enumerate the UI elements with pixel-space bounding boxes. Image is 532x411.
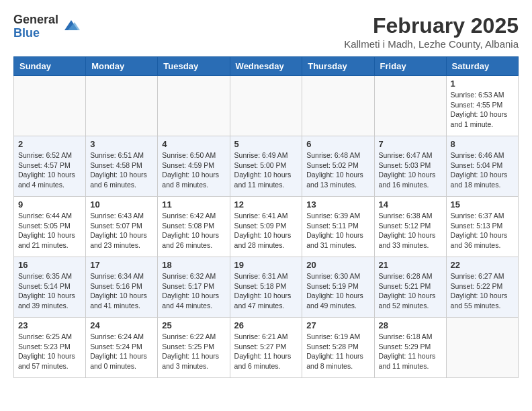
calendar-day-cell	[230, 76, 302, 136]
calendar-week-row: 16Sunrise: 6:35 AM Sunset: 5:14 PM Dayli…	[14, 257, 519, 318]
day-info: Sunrise: 6:48 AM Sunset: 5:02 PM Dayligh…	[306, 150, 369, 190]
day-info: Sunrise: 6:30 AM Sunset: 5:19 PM Dayligh…	[306, 271, 369, 311]
calendar-day-cell: 2Sunrise: 6:52 AM Sunset: 4:57 PM Daylig…	[14, 136, 86, 197]
day-number: 11	[162, 199, 225, 210]
day-info: Sunrise: 6:47 AM Sunset: 5:03 PM Dayligh…	[379, 150, 442, 190]
day-info: Sunrise: 6:39 AM Sunset: 5:11 PM Dayligh…	[306, 211, 369, 250]
calendar-day-cell: 11Sunrise: 6:42 AM Sunset: 5:08 PM Dayli…	[158, 197, 230, 257]
day-number: 20	[306, 260, 369, 270]
calendar-day-cell	[374, 76, 446, 136]
logo-icon	[61, 17, 81, 37]
calendar-day-cell: 17Sunrise: 6:34 AM Sunset: 5:16 PM Dayli…	[86, 257, 158, 318]
calendar-day-cell: 19Sunrise: 6:31 AM Sunset: 5:18 PM Dayli…	[230, 257, 302, 318]
weekday-header: Thursday	[302, 57, 374, 76]
day-number: 23	[18, 320, 81, 330]
day-number: 10	[90, 199, 153, 210]
calendar-day-cell: 7Sunrise: 6:47 AM Sunset: 5:03 PM Daylig…	[374, 136, 446, 197]
calendar-table: SundayMondayTuesdayWednesdayThursdayFrid…	[13, 56, 519, 378]
day-info: Sunrise: 6:21 AM Sunset: 5:27 PM Dayligh…	[234, 332, 298, 371]
calendar-day-cell: 9Sunrise: 6:44 AM Sunset: 5:05 PM Daylig…	[14, 197, 86, 257]
calendar-day-cell: 16Sunrise: 6:35 AM Sunset: 5:14 PM Dayli…	[14, 257, 86, 318]
page-header: General Blue February 2025 Kallmeti i Ma…	[13, 13, 519, 50]
calendar-day-cell	[14, 76, 86, 136]
calendar-day-cell: 13Sunrise: 6:39 AM Sunset: 5:11 PM Dayli…	[302, 197, 374, 257]
day-number: 4	[162, 139, 225, 149]
calendar-week-row: 2Sunrise: 6:52 AM Sunset: 4:57 PM Daylig…	[14, 136, 519, 197]
calendar-day-cell: 28Sunrise: 6:18 AM Sunset: 5:29 PM Dayli…	[374, 318, 446, 378]
weekday-header: Saturday	[446, 57, 518, 76]
day-info: Sunrise: 6:19 AM Sunset: 5:28 PM Dayligh…	[306, 332, 369, 371]
day-number: 26	[234, 320, 298, 330]
day-number: 9	[18, 199, 81, 210]
day-number: 5	[234, 139, 298, 149]
calendar-day-cell: 12Sunrise: 6:41 AM Sunset: 5:09 PM Dayli…	[230, 197, 302, 257]
calendar-week-row: 1Sunrise: 6:53 AM Sunset: 4:55 PM Daylig…	[14, 76, 519, 136]
calendar-day-cell: 8Sunrise: 6:46 AM Sunset: 5:04 PM Daylig…	[446, 136, 518, 197]
day-info: Sunrise: 6:41 AM Sunset: 5:09 PM Dayligh…	[234, 211, 298, 250]
weekday-header: Sunday	[14, 57, 86, 76]
calendar-day-cell: 3Sunrise: 6:51 AM Sunset: 4:58 PM Daylig…	[86, 136, 158, 197]
calendar-day-cell: 21Sunrise: 6:28 AM Sunset: 5:21 PM Dayli…	[374, 257, 446, 318]
day-number: 12	[234, 199, 298, 210]
day-info: Sunrise: 6:52 AM Sunset: 4:57 PM Dayligh…	[18, 150, 81, 190]
weekday-header: Monday	[86, 57, 158, 76]
day-info: Sunrise: 6:42 AM Sunset: 5:08 PM Dayligh…	[162, 211, 225, 250]
calendar-day-cell	[86, 76, 158, 136]
calendar-week-row: 9Sunrise: 6:44 AM Sunset: 5:05 PM Daylig…	[14, 197, 519, 257]
title-block: February 2025 Kallmeti i Madh, Lezhe Cou…	[344, 13, 519, 50]
calendar-day-cell: 5Sunrise: 6:49 AM Sunset: 5:00 PM Daylig…	[230, 136, 302, 197]
day-number: 16	[18, 260, 81, 270]
weekday-header: Wednesday	[230, 57, 302, 76]
day-info: Sunrise: 6:24 AM Sunset: 5:24 PM Dayligh…	[90, 332, 153, 371]
day-info: Sunrise: 6:43 AM Sunset: 5:07 PM Dayligh…	[90, 211, 153, 250]
day-number: 21	[379, 260, 442, 270]
day-info: Sunrise: 6:49 AM Sunset: 5:00 PM Dayligh…	[234, 150, 298, 190]
calendar-day-cell: 20Sunrise: 6:30 AM Sunset: 5:19 PM Dayli…	[302, 257, 374, 318]
day-info: Sunrise: 6:51 AM Sunset: 4:58 PM Dayligh…	[90, 150, 153, 190]
weekday-header: Friday	[374, 57, 446, 76]
day-info: Sunrise: 6:37 AM Sunset: 5:13 PM Dayligh…	[451, 211, 514, 250]
day-info: Sunrise: 6:53 AM Sunset: 4:55 PM Dayligh…	[451, 90, 514, 130]
day-info: Sunrise: 6:46 AM Sunset: 5:04 PM Dayligh…	[451, 150, 514, 190]
month-year-title: February 2025	[344, 13, 519, 38]
day-number: 19	[234, 260, 298, 270]
logo: General Blue	[13, 13, 81, 40]
calendar-week-row: 23Sunrise: 6:25 AM Sunset: 5:23 PM Dayli…	[14, 318, 519, 378]
day-info: Sunrise: 6:50 AM Sunset: 4:59 PM Dayligh…	[162, 150, 225, 190]
day-info: Sunrise: 6:28 AM Sunset: 5:21 PM Dayligh…	[379, 271, 442, 311]
day-info: Sunrise: 6:18 AM Sunset: 5:29 PM Dayligh…	[379, 332, 442, 371]
location-subtitle: Kallmeti i Madh, Lezhe County, Albania	[344, 38, 519, 50]
day-number: 2	[18, 139, 81, 149]
day-number: 17	[90, 260, 153, 270]
day-info: Sunrise: 6:38 AM Sunset: 5:12 PM Dayligh…	[379, 211, 442, 250]
calendar-day-cell: 26Sunrise: 6:21 AM Sunset: 5:27 PM Dayli…	[230, 318, 302, 378]
day-number: 18	[162, 260, 225, 270]
day-number: 13	[306, 199, 369, 210]
calendar-day-cell: 10Sunrise: 6:43 AM Sunset: 5:07 PM Dayli…	[86, 197, 158, 257]
calendar-day-cell: 27Sunrise: 6:19 AM Sunset: 5:28 PM Dayli…	[302, 318, 374, 378]
calendar-day-cell: 24Sunrise: 6:24 AM Sunset: 5:24 PM Dayli…	[86, 318, 158, 378]
day-info: Sunrise: 6:22 AM Sunset: 5:25 PM Dayligh…	[162, 332, 225, 371]
calendar-day-cell	[158, 76, 230, 136]
day-info: Sunrise: 6:27 AM Sunset: 5:22 PM Dayligh…	[451, 271, 514, 311]
day-number: 1	[451, 79, 514, 89]
day-number: 27	[306, 320, 369, 330]
calendar-day-cell: 22Sunrise: 6:27 AM Sunset: 5:22 PM Dayli…	[446, 257, 518, 318]
day-number: 22	[451, 260, 514, 270]
logo-general: General	[13, 13, 58, 27]
day-number: 6	[306, 139, 369, 149]
day-info: Sunrise: 6:32 AM Sunset: 5:17 PM Dayligh…	[162, 271, 225, 311]
day-number: 3	[90, 139, 153, 149]
calendar-day-cell: 6Sunrise: 6:48 AM Sunset: 5:02 PM Daylig…	[302, 136, 374, 197]
calendar-day-cell	[302, 76, 374, 136]
calendar-header-row: SundayMondayTuesdayWednesdayThursdayFrid…	[14, 57, 519, 76]
day-number: 25	[162, 320, 225, 330]
day-number: 7	[379, 139, 442, 149]
calendar-day-cell: 14Sunrise: 6:38 AM Sunset: 5:12 PM Dayli…	[374, 197, 446, 257]
day-info: Sunrise: 6:25 AM Sunset: 5:23 PM Dayligh…	[18, 332, 81, 371]
calendar-day-cell: 4Sunrise: 6:50 AM Sunset: 4:59 PM Daylig…	[158, 136, 230, 197]
day-number: 15	[451, 199, 514, 210]
calendar-day-cell: 15Sunrise: 6:37 AM Sunset: 5:13 PM Dayli…	[446, 197, 518, 257]
day-info: Sunrise: 6:44 AM Sunset: 5:05 PM Dayligh…	[18, 211, 81, 250]
day-number: 8	[451, 139, 514, 149]
